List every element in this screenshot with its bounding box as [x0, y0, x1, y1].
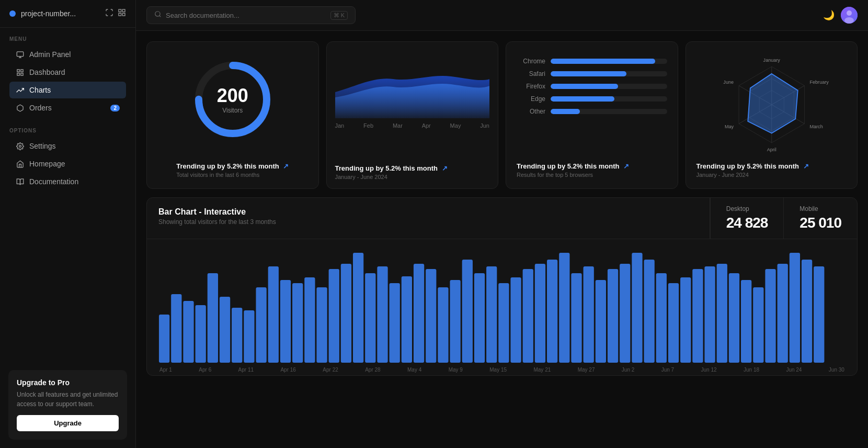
- card-radar: January February March April May June Tr…: [686, 41, 858, 189]
- card-area: Jan Feb Mar Apr May Jun Trending up by 5…: [326, 41, 499, 189]
- radial-chart: 200 Visitors: [191, 58, 275, 141]
- svg-rect-66: [559, 253, 569, 363]
- theme-toggle-icon[interactable]: 🌙: [823, 9, 835, 21]
- upgrade-button[interactable]: Upgrade: [17, 415, 119, 431]
- radial-value: 200: [217, 85, 248, 107]
- svg-rect-58: [462, 260, 473, 363]
- svg-rect-47: [329, 269, 339, 363]
- sidebar-item-orders[interactable]: Orders 2: [9, 99, 126, 116]
- svg-line-11: [159, 16, 161, 17]
- svg-rect-64: [535, 264, 545, 363]
- svg-rect-84: [778, 264, 788, 363]
- sidebar-item-charts-label: Charts: [29, 86, 51, 94]
- sidebar-item-documentation[interactable]: Documentation: [9, 173, 126, 190]
- svg-text:May: May: [724, 124, 734, 129]
- sidebar-item-charts[interactable]: Charts: [9, 82, 126, 98]
- svg-rect-61: [498, 283, 509, 363]
- svg-rect-41: [256, 287, 266, 363]
- bar-stats: Desktop 24 828 Mobile 25 010: [710, 198, 857, 239]
- radial-card-subtitle: Total visitors in the last 6 months: [176, 172, 289, 178]
- area-x-labels: Jan Feb Mar Apr May Jun: [335, 122, 490, 129]
- svg-rect-63: [523, 269, 533, 363]
- sidebar-item-admin-panel[interactable]: Admin Panel: [9, 46, 126, 63]
- bar-chart-area: Apr 1 Apr 6 Apr 11 Apr 16 Apr 22 Apr 28 …: [147, 239, 857, 375]
- svg-text:January: January: [763, 58, 780, 63]
- mobile-stat: Mobile 25 010: [783, 198, 857, 239]
- topbar: ⌘ K 🌙: [136, 0, 868, 31]
- svg-rect-69: [596, 280, 606, 363]
- svg-rect-55: [426, 269, 436, 363]
- sidebar-header: project-number...: [0, 0, 135, 28]
- search-input[interactable]: [166, 12, 326, 19]
- search-shortcut: ⌘ K: [330, 11, 348, 20]
- svg-rect-35: [183, 301, 193, 363]
- content-area: 200 Visitors Trending up by 5.2% this mo…: [136, 31, 868, 448]
- radar-chart-svg: January February March April May June: [696, 52, 847, 157]
- mobile-label: Mobile: [800, 205, 841, 212]
- svg-rect-49: [353, 253, 363, 363]
- svg-rect-80: [729, 273, 739, 363]
- radial-label: Visitors: [217, 107, 248, 114]
- monitor-icon: [16, 50, 24, 59]
- svg-rect-78: [704, 266, 715, 363]
- bar-chart-section: Bar Chart - Interactive Showing total vi…: [146, 197, 858, 376]
- svg-point-9: [19, 145, 21, 147]
- svg-rect-7: [17, 73, 19, 75]
- card-hbar: Chrome Safari Firefox Edge: [506, 41, 678, 189]
- svg-rect-45: [304, 277, 315, 363]
- sidebar-expand-icon[interactable]: [105, 8, 113, 19]
- bar-section-title-area: Bar Chart - Interactive Showing total vi…: [147, 198, 710, 239]
- sidebar: project-number... MENU Admin Panel Dashb…: [0, 0, 136, 448]
- svg-rect-71: [620, 264, 630, 363]
- sidebar-layout-icon[interactable]: [118, 8, 126, 19]
- svg-rect-6: [20, 69, 22, 71]
- avatar[interactable]: [841, 7, 858, 24]
- bar-chart-title: Bar Chart - Interactive: [158, 207, 698, 217]
- sidebar-item-homepage[interactable]: Homepage: [9, 155, 126, 172]
- svg-rect-44: [292, 283, 303, 363]
- main-content: ⌘ K 🌙 200: [136, 0, 868, 448]
- box-icon: [16, 104, 24, 112]
- svg-rect-8: [20, 73, 22, 75]
- svg-text:March: March: [809, 124, 823, 129]
- app-indicator: [9, 10, 16, 17]
- home-icon: [16, 160, 24, 168]
- bar-section-header: Bar Chart - Interactive Showing total vi…: [147, 198, 857, 239]
- sidebar-item-settings-label: Settings: [29, 142, 56, 150]
- mobile-value: 25 010: [800, 215, 841, 231]
- svg-rect-38: [220, 297, 230, 363]
- svg-rect-65: [547, 260, 557, 363]
- sidebar-item-settings[interactable]: Settings: [9, 138, 126, 154]
- sidebar-item-dashboard-label: Dashboard: [29, 68, 65, 76]
- hbar-row-firefox: Firefox: [517, 83, 667, 90]
- svg-rect-60: [486, 266, 497, 363]
- svg-rect-73: [644, 260, 654, 363]
- svg-point-14: [844, 17, 854, 24]
- desktop-value: 24 828: [726, 215, 768, 231]
- search-icon: [154, 10, 162, 20]
- bar-chart-main-svg: [158, 248, 846, 363]
- search-bar[interactable]: ⌘ K: [146, 6, 356, 24]
- svg-rect-81: [741, 280, 751, 363]
- sidebar-item-documentation-label: Documentation: [29, 177, 78, 186]
- svg-rect-82: [753, 287, 763, 363]
- sidebar-item-dashboard[interactable]: Dashboard: [9, 64, 126, 81]
- options-label: OPTIONS: [9, 128, 126, 133]
- svg-rect-68: [584, 266, 594, 363]
- svg-rect-77: [692, 269, 703, 363]
- svg-point-13: [847, 10, 852, 16]
- svg-rect-46: [316, 287, 327, 363]
- svg-marker-26: [748, 74, 797, 133]
- trending-up-icon: [16, 86, 24, 94]
- svg-rect-51: [377, 266, 387, 363]
- svg-text:February: February: [809, 80, 829, 85]
- sidebar-item-homepage-label: Homepage: [29, 160, 65, 168]
- svg-rect-67: [571, 273, 581, 363]
- svg-rect-79: [717, 264, 727, 363]
- svg-rect-33: [159, 315, 169, 363]
- hbar-label-firefox: Firefox: [517, 83, 545, 90]
- radar-card-subtitle: January - June 2024: [696, 172, 847, 178]
- svg-rect-57: [450, 280, 460, 363]
- svg-rect-1: [122, 9, 125, 12]
- menu-label: MENU: [9, 36, 126, 42]
